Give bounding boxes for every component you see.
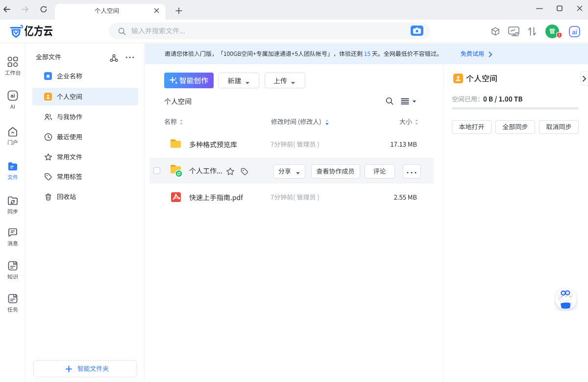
svg-text:ai: ai — [572, 29, 577, 36]
svg-text:ai: ai — [11, 93, 15, 99]
